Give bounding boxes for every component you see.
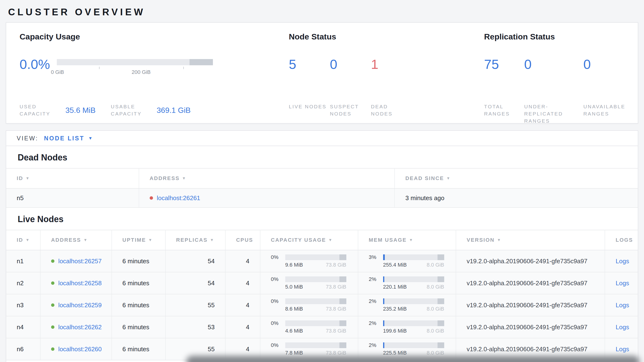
live-status-dot: [51, 259, 54, 263]
node-address-link[interactable]: localhost:26258: [58, 279, 102, 287]
mem-percent: 2%: [369, 276, 381, 282]
dead-nodes-table: ID▼ ADDRESS▼ DEAD SINCE▼ n5 localhost:26…: [6, 168, 638, 208]
view-selector[interactable]: NODE LIST ▼: [44, 135, 93, 142]
capacity-percent: 0%: [271, 320, 283, 326]
capacity-percent: 0%: [271, 276, 283, 282]
dead-col-id[interactable]: ID▼: [6, 168, 139, 189]
mem-percent: 2%: [369, 342, 381, 348]
suspect-nodes-label-box: SUSPECT NODES: [330, 103, 371, 117]
logs-link[interactable]: Logs: [616, 323, 629, 331]
replication-status-title: Replication Status: [484, 31, 624, 42]
capacity-used: 9.6 MiB: [285, 262, 303, 268]
node-address-link[interactable]: localhost:26262: [58, 323, 102, 331]
sort-desc-icon: ▼: [84, 238, 88, 242]
replicas-cell: 54: [166, 250, 225, 272]
capacity-total: 73.8 GiB: [326, 306, 346, 312]
cpus-cell: 4: [225, 272, 260, 294]
replicas-cell: 53: [166, 316, 225, 338]
mem-percent: 2%: [369, 298, 381, 304]
live-col-version[interactable]: VERSION▼: [456, 230, 605, 250]
live-col-address[interactable]: ADDRESS▼: [40, 230, 112, 250]
sort-desc-icon: ▼: [210, 238, 214, 242]
under-replicated-label-box: UNDER-REPLICATED RANGES: [524, 103, 583, 125]
capacity-bar: [285, 320, 346, 326]
unavailable-label: UNAVAILABLE RANGES: [583, 103, 624, 117]
capacity-usage-bar: [57, 59, 213, 65]
axis-tick-label-0: 0 GiB: [51, 69, 64, 75]
mem-usage-cell: 2% 199.6 MiB8.0 GiB: [358, 316, 456, 338]
capacity-usage-title: Capacity Usage: [20, 31, 289, 42]
node-id-cell: n3: [6, 294, 40, 316]
capacity-usage-section: Capacity Usage 0.0% 0 GiB 200 GiB: [20, 31, 289, 116]
mem-used: 255.4 MiB: [383, 262, 407, 268]
logs-cell: Logs: [605, 294, 638, 316]
version-cell: v19.2.0-alpha.20190606-2491-gfe735c9a97: [456, 250, 605, 272]
under-replicated-count: 0: [524, 56, 583, 72]
node-status-title: Node Status: [289, 31, 484, 42]
version-cell: v19.2.0-alpha.20190606-2491-gfe735c9a97: [456, 316, 605, 338]
node-id-cell: n2: [6, 272, 40, 294]
suspect-nodes-metric: 0: [330, 56, 371, 72]
unavailable-label-box: UNAVAILABLE RANGES: [583, 103, 624, 125]
live-col-uptime[interactable]: UPTIME▼: [112, 230, 166, 250]
node-address-link[interactable]: localhost:26259: [58, 301, 102, 309]
cluster-summary-card: Capacity Usage 0.0% 0 GiB 200 GiB: [6, 22, 638, 124]
capacity-bar: [285, 276, 346, 282]
mem-total: 8.0 GiB: [426, 306, 444, 312]
capacity-used: 5.0 MiB: [285, 284, 303, 290]
live-col-id[interactable]: ID▼: [6, 230, 40, 250]
cpus-cell: 4: [225, 294, 260, 316]
total-ranges-count: 75: [484, 56, 524, 72]
logs-link[interactable]: Logs: [616, 279, 629, 287]
capacity-bar: [285, 298, 346, 304]
nodes-main-panel: VIEW: NODE LIST ▼ Dead Nodes ID▼ ADDRESS…: [6, 130, 638, 362]
under-replicated-label: UNDER-REPLICATED RANGES: [524, 103, 574, 125]
page-title: CLUSTER OVERVIEW: [0, 0, 644, 22]
live-col-capacity[interactable]: CAPACITY USAGE▼: [260, 230, 358, 250]
live-status-dot: [51, 347, 54, 351]
logs-link[interactable]: Logs: [616, 301, 629, 309]
used-capacity-label: USED CAPACITY: [20, 103, 54, 117]
mem-percent: 2%: [369, 320, 381, 326]
replicas-cell: 55: [166, 294, 225, 316]
node-address-link[interactable]: localhost:26260: [58, 345, 102, 353]
capacity-total: 73.8 GiB: [326, 350, 346, 356]
capacity-total: 73.8 GiB: [326, 262, 346, 268]
dead-table-header-row: ID▼ ADDRESS▼ DEAD SINCE▼: [6, 168, 638, 189]
uptime-cell: 6 minutes: [112, 272, 166, 294]
logs-link[interactable]: Logs: [616, 258, 629, 265]
uptime-cell: 6 minutes: [112, 250, 166, 272]
live-status-dot: [51, 281, 54, 285]
mem-total: 8.0 GiB: [426, 262, 444, 268]
live-status-dot: [51, 325, 54, 329]
live-col-mem[interactable]: MEM USAGE▼: [358, 230, 456, 250]
dead-nodes-count: 1: [371, 56, 412, 72]
live-col-cpus: CPUS: [225, 230, 260, 250]
mem-total: 8.0 GiB: [426, 350, 444, 356]
usable-capacity-stat: USABLE CAPACITY 369.1 GiB: [111, 103, 190, 117]
uptime-cell: 6 minutes: [112, 294, 166, 316]
dead-col-address[interactable]: ADDRESS▼: [139, 168, 395, 189]
capacity-bar: [285, 342, 346, 348]
capacity-usage-cell: 0% 4.6 MiB73.8 GiB: [260, 316, 358, 338]
usable-capacity-label: USABLE CAPACITY: [111, 103, 145, 117]
dead-nodes-metric: 1: [371, 56, 412, 72]
logs-link[interactable]: Logs: [616, 345, 629, 353]
live-nodes-table: ID▼ ADDRESS▼ UPTIME▼ REPLICAS▼ CPUS CAPA…: [6, 230, 638, 360]
mem-percent: 3%: [369, 254, 381, 260]
capacity-usage-axis: 0 GiB 200 GiB: [57, 67, 213, 76]
node-address-link[interactable]: localhost:26257: [58, 258, 102, 265]
view-selected-value: NODE LIST: [44, 135, 84, 142]
dead-col-dead-since[interactable]: DEAD SINCE▼: [394, 168, 638, 189]
mem-bar: [383, 254, 444, 260]
live-col-replicas[interactable]: REPLICAS▼: [166, 230, 225, 250]
chevron-down-icon: ▼: [88, 136, 94, 141]
node-address-link[interactable]: localhost:26261: [157, 194, 200, 202]
total-ranges-label: TOTAL RANGES: [484, 103, 522, 117]
node-id-cell: n1: [6, 250, 40, 272]
capacity-used: 8.6 MiB: [285, 306, 303, 312]
node-id-cell: n6: [6, 338, 40, 360]
suspect-nodes-label: SUSPECT NODES: [330, 103, 368, 117]
capacity-usage-chart: 0 GiB 200 GiB: [57, 56, 213, 76]
mem-used: 220.1 MiB: [383, 284, 407, 290]
